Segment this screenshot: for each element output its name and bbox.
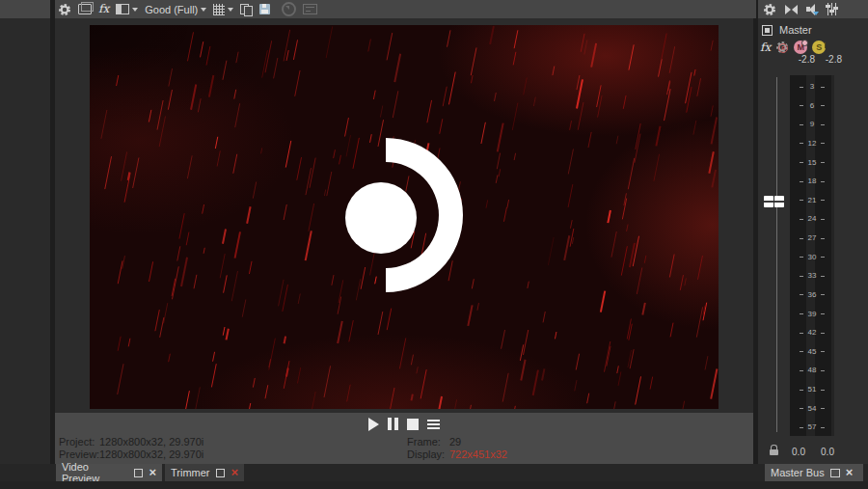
meter-scale-row: 12 — [790, 139, 834, 149]
play-button[interactable] — [368, 418, 379, 431]
video-output-fx-button[interactable]: fx — [98, 3, 109, 15]
fader-handle-right[interactable] — [774, 196, 784, 207]
tab-video-preview[interactable]: Video Preview × — [56, 464, 162, 481]
fader-track[interactable] — [776, 77, 777, 432]
meter-scale-row: 30 — [790, 253, 834, 262]
meter-scale-row: 3 — [790, 82, 834, 92]
transport-menu-button[interactable] — [427, 420, 440, 429]
hdr-monitor-button[interactable] — [303, 4, 317, 14]
external-device-icon — [282, 2, 296, 16]
meter-scale-row: 45 — [790, 347, 834, 357]
bottom-strip — [0, 481, 868, 489]
dim-output-button[interactable] — [806, 4, 819, 15]
lock-icon[interactable] — [770, 445, 778, 455]
float-window-icon[interactable] — [134, 469, 144, 477]
meter-scale-row: 21 — [790, 196, 834, 205]
meter-scale-row: 15 — [790, 158, 834, 168]
meter-scale-row: 36 — [790, 290, 834, 300]
logo-icon — [309, 138, 463, 292]
downmix-output-button[interactable] — [785, 5, 798, 14]
bus-buttons: fx R M S — [760, 41, 826, 54]
mixer-settings-button[interactable] — [763, 3, 776, 16]
chevron-down-icon[interactable] — [228, 8, 233, 12]
master-bus-panel: Master fx R M S -2.8 -2.8 36912151821242… — [758, 18, 868, 464]
float-window-icon[interactable] — [216, 469, 226, 477]
project-label: Project: — [59, 436, 95, 448]
sliders-icon — [827, 3, 836, 15]
frame-label: Frame: — [407, 436, 441, 448]
grid-icon — [213, 4, 225, 15]
grid-overlay-button[interactable] — [213, 4, 233, 15]
meter-scale-row: 18 — [790, 177, 834, 186]
project-value: 1280x800x32, 29.970i — [99, 436, 203, 448]
peak-readout-right: -2.8 — [815, 54, 842, 65]
fader-handles — [764, 196, 784, 207]
mixer-controls-button[interactable] — [827, 3, 836, 15]
meter-scale-row: 48 — [790, 366, 834, 375]
meter-scale-row: 51 — [790, 385, 834, 394]
chevron-down-icon[interactable] — [132, 8, 138, 12]
preview-device-icon — [78, 4, 92, 14]
left-panel-toolbar — [0, 0, 50, 18]
meter-scale-row: 33 — [790, 271, 834, 281]
bus-icon[interactable] — [762, 25, 773, 36]
tab-trimmer[interactable]: Trimmer × — [165, 464, 244, 481]
solo-button[interactable]: S — [812, 41, 826, 54]
pause-button[interactable] — [388, 418, 398, 430]
left-panel-body — [0, 18, 50, 464]
downmix-icon — [785, 5, 798, 14]
automation-settings-button[interactable]: R — [775, 41, 789, 54]
video-fx-icon: fx — [98, 3, 109, 15]
project-properties-button[interactable] — [58, 3, 71, 16]
preview-quality-dropdown[interactable]: Good (Full) — [145, 4, 206, 15]
tab-master-bus[interactable]: Master Bus × — [765, 464, 863, 481]
meter-scale-row: 54 — [790, 404, 834, 414]
preview-value: 1280x800x32, 29.970i — [99, 448, 203, 460]
meter-scale-row: 24 — [790, 214, 834, 224]
split-screen-button[interactable] — [116, 4, 138, 14]
meter-scale-row: 9 — [790, 120, 834, 129]
gear-icon — [763, 3, 776, 16]
save-floppy-icon — [259, 4, 270, 14]
copy-snapshot-button[interactable] — [240, 4, 253, 15]
fader-gain-left: 0.0 — [789, 447, 808, 457]
chevron-down-icon[interactable] — [201, 8, 206, 12]
level-meter: 36912151821242730333639424548515457 — [790, 75, 834, 436]
meter-scale-row: 42 — [790, 328, 834, 338]
tab-label: Trimmer — [171, 467, 210, 478]
hdr-monitor-icon — [303, 4, 317, 14]
preview-device-button[interactable] — [78, 4, 92, 14]
preview-label: Preview: — [59, 448, 99, 460]
split-screen-icon — [116, 4, 129, 14]
fader-handle-left[interactable] — [764, 196, 773, 207]
master-bus-header: Master — [762, 24, 812, 36]
tab-label: Master Bus — [771, 467, 825, 478]
float-window-icon[interactable] — [830, 469, 840, 477]
transport-status-panel: Project: 1280x800x32, 29.970i Preview: 1… — [55, 413, 753, 464]
copy-icon — [240, 4, 253, 15]
close-icon[interactable]: × — [149, 467, 156, 478]
display-label: Display: — [407, 448, 445, 460]
meter-scale-row: 27 — [790, 233, 834, 243]
save-snapshot-button[interactable] — [259, 4, 270, 14]
transport-controls — [55, 417, 753, 431]
gear-icon — [58, 3, 71, 16]
close-icon[interactable]: × — [846, 467, 854, 478]
video-frame — [90, 25, 719, 409]
video-preview-toolbar: fx Good (Full) — [55, 0, 756, 18]
preview-quality-label: Good (Full) — [145, 4, 198, 15]
tab-bar: Video Preview × Trimmer × Master Bus × — [0, 464, 868, 481]
frame-value: 29 — [449, 436, 461, 448]
bus-fx-button[interactable]: fx — [760, 41, 771, 54]
meter-scale-row: 6 — [790, 101, 834, 111]
meter-scale-row: 57 — [790, 422, 834, 432]
mute-button[interactable]: M — [794, 41, 807, 54]
stop-button[interactable] — [407, 419, 419, 430]
speaker-dim-icon — [806, 4, 819, 15]
display-value: 722x451x32 — [449, 448, 507, 460]
meter-scale-row: 39 — [790, 310, 834, 319]
peak-readout-left: -2.8 — [788, 54, 815, 65]
external-device-button[interactable] — [282, 2, 296, 16]
bus-name-label: Master — [779, 24, 812, 36]
close-icon[interactable]: × — [231, 467, 238, 478]
